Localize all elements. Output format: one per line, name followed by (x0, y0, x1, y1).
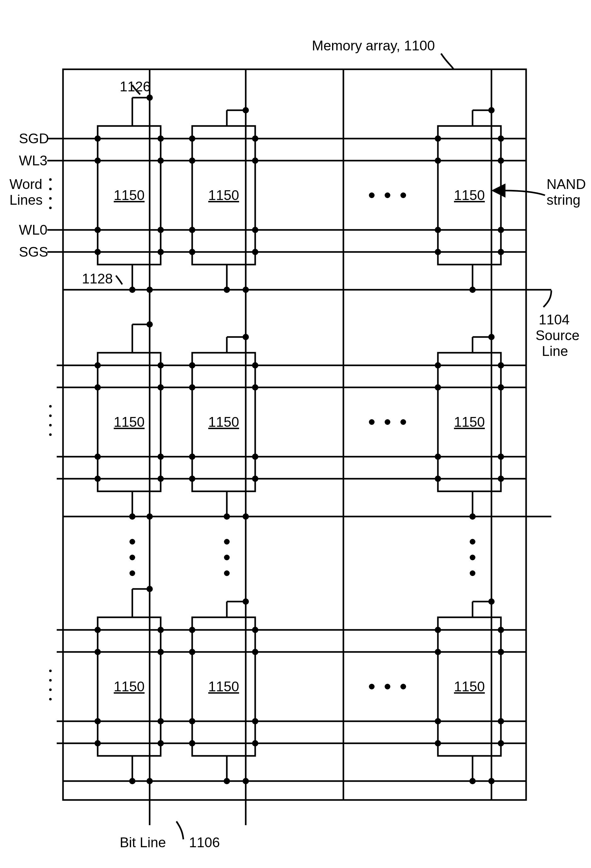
svg-point-113 (224, 570, 230, 576)
svg-point-80 (242, 513, 249, 520)
svg-point-101 (498, 362, 504, 369)
svg-point-166 (435, 740, 441, 747)
svg-point-37 (252, 136, 258, 142)
svg-point-12 (49, 197, 52, 200)
svg-point-99 (435, 453, 441, 460)
svg-point-108 (130, 539, 135, 545)
svg-point-98 (435, 384, 441, 391)
svg-point-146 (488, 778, 495, 784)
svg-point-92 (189, 475, 195, 482)
svg-point-148 (95, 649, 101, 655)
svg-point-109 (130, 555, 135, 560)
svg-point-136 (49, 688, 52, 691)
svg-point-49 (369, 192, 375, 198)
svg-point-149 (95, 718, 101, 724)
nand-arrow (504, 190, 545, 195)
svg-point-41 (435, 136, 441, 142)
svg-point-71 (49, 424, 52, 427)
memory-array-diagram: Memory array, 1100 SGD WL3 Word Lines WL… (0, 0, 591, 868)
svg-point-103 (498, 453, 504, 460)
svg-point-147 (95, 627, 101, 633)
svg-point-105 (369, 419, 375, 425)
svg-point-93 (252, 362, 258, 369)
svg-point-82 (95, 384, 101, 391)
svg-point-83 (95, 453, 101, 460)
svg-point-33 (189, 136, 195, 142)
svg-point-21 (224, 286, 230, 293)
svg-point-42 (435, 158, 441, 164)
svg-point-102 (498, 384, 504, 391)
svg-point-51 (400, 192, 406, 198)
svg-point-145 (242, 778, 249, 784)
svg-point-156 (189, 649, 195, 655)
svg-point-76 (129, 513, 136, 520)
svg-point-172 (385, 684, 390, 689)
sgs-label: SGS (19, 244, 48, 260)
svg-point-106 (385, 419, 390, 425)
svg-point-94 (252, 384, 258, 391)
svg-point-154 (158, 740, 164, 747)
svg-point-22 (469, 286, 476, 293)
svg-point-169 (498, 718, 504, 724)
svg-point-44 (435, 249, 441, 255)
bitline-label: Bit Line (120, 835, 166, 850)
source-line-label-1: 1104 (539, 312, 570, 327)
svg-point-141 (129, 778, 136, 784)
svg-point-85 (158, 362, 164, 369)
svg-point-90 (189, 384, 195, 391)
svg-point-18 (242, 107, 249, 114)
svg-point-157 (189, 718, 195, 724)
svg-point-160 (252, 649, 258, 655)
svg-point-152 (158, 649, 164, 655)
svg-point-110 (130, 570, 135, 576)
source-line-label-2: Source (536, 328, 579, 343)
svg-point-17 (146, 94, 153, 101)
svg-point-137 (49, 698, 52, 700)
svg-point-96 (252, 475, 258, 482)
ref-1128: 1128 (82, 271, 113, 286)
svg-point-139 (242, 598, 249, 605)
svg-point-45 (498, 136, 504, 142)
svg-point-39 (252, 227, 258, 233)
svg-point-104 (498, 475, 504, 482)
svg-point-159 (252, 627, 258, 633)
svg-point-143 (469, 778, 476, 784)
svg-point-31 (158, 227, 164, 233)
svg-text:1150: 1150 (208, 187, 239, 203)
svg-point-25 (95, 136, 101, 142)
svg-text:1150: 1150 (208, 679, 239, 694)
svg-point-165 (435, 718, 441, 724)
svg-point-24 (242, 286, 249, 293)
svg-point-35 (189, 227, 195, 233)
svg-point-97 (435, 362, 441, 369)
svg-point-19 (488, 107, 495, 114)
wl3-label: WL3 (19, 153, 47, 168)
svg-point-84 (95, 475, 101, 482)
svg-point-107 (400, 419, 406, 425)
svg-point-161 (252, 718, 258, 724)
svg-point-111 (224, 539, 230, 545)
nand-string-label-1: NAND (547, 176, 586, 192)
svg-point-138 (146, 586, 153, 592)
title-leader (441, 53, 454, 69)
svg-point-27 (95, 227, 101, 233)
row-ellipsis (130, 539, 476, 576)
ref-1106: 1106 (189, 835, 220, 850)
svg-point-70 (49, 415, 52, 417)
svg-point-88 (158, 475, 164, 482)
svg-point-30 (158, 158, 164, 164)
svg-point-34 (189, 158, 195, 164)
svg-text:1150: 1150 (454, 187, 485, 203)
wl0-label: WL0 (19, 222, 47, 238)
bitline-leader (176, 821, 183, 839)
ref-1126: 1126 (120, 79, 151, 94)
svg-point-86 (158, 384, 164, 391)
svg-point-134 (49, 670, 52, 672)
svg-point-150 (95, 740, 101, 747)
svg-point-144 (146, 778, 153, 784)
svg-point-164 (435, 649, 441, 655)
svg-point-74 (242, 334, 249, 340)
svg-point-36 (189, 249, 195, 255)
svg-point-170 (498, 740, 504, 747)
block-labels: 1150 1150 1150 1150 1150 1150 1150 1150 … (114, 187, 485, 694)
